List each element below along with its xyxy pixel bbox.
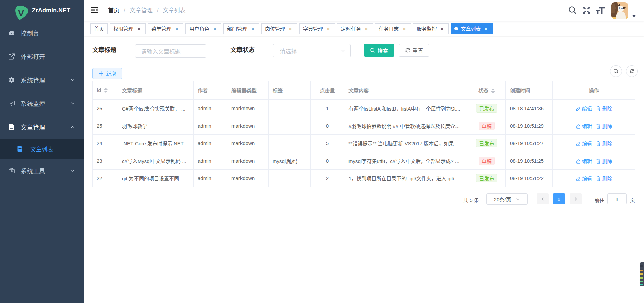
svg-text:V: V	[18, 8, 24, 18]
